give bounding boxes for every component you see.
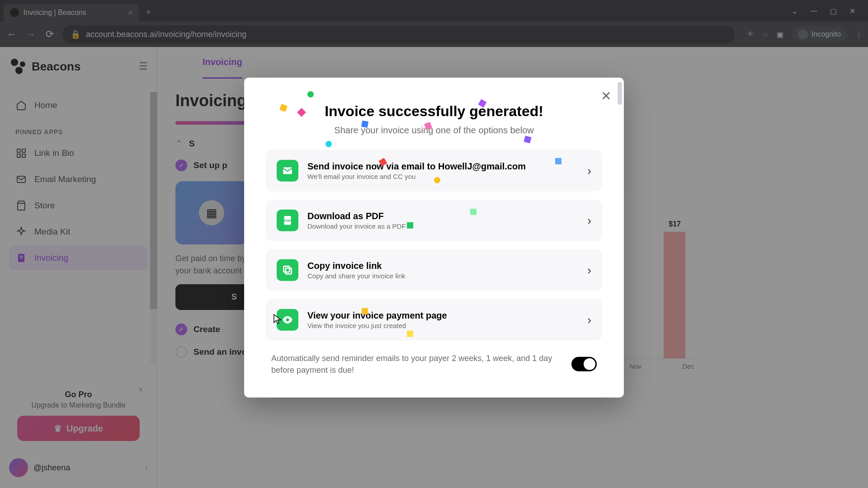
svg-rect-10: [283, 266, 289, 272]
reminder-row: Automatically send reminder emails to yo…: [266, 352, 602, 376]
modal-title: Invoice successfully generated!: [266, 103, 602, 120]
option-desc: We'll email your invoice and CC you: [307, 173, 526, 180]
reminder-text: Automatically send reminder emails to yo…: [271, 352, 561, 376]
option-title: Copy invoice link: [307, 261, 406, 271]
option-title: Send invoice now via email to HowellJ@gm…: [307, 161, 526, 172]
option-view-page[interactable]: View your invoice payment page View the …: [266, 299, 602, 341]
modal-scrollbar[interactable]: [618, 82, 622, 393]
option-download-pdf[interactable]: PDF Download as PDF Download your invoic…: [266, 200, 602, 241]
modal-subtitle: Share your invoice using one of the opti…: [266, 125, 602, 136]
chevron-right-icon: ›: [587, 263, 591, 277]
svg-text:PDF: PDF: [284, 219, 291, 223]
modal-close-icon[interactable]: ✕: [601, 89, 611, 103]
option-desc: Download your invoice as a PDF: [307, 222, 406, 230]
svg-rect-9: [286, 268, 292, 274]
chevron-right-icon: ›: [587, 213, 591, 227]
option-send-email[interactable]: Send invoice now via email to HowellJ@gm…: [266, 150, 602, 192]
mail-icon: [277, 160, 298, 182]
option-title: Download as PDF: [307, 211, 406, 221]
pdf-icon: PDF: [277, 210, 298, 231]
option-copy-link[interactable]: Copy invoice link Copy and share your in…: [266, 249, 602, 291]
copy-icon: [277, 259, 298, 281]
invoice-success-modal: ✕ Invoice successfully generated! Share …: [244, 78, 624, 398]
reminder-toggle[interactable]: [571, 357, 597, 371]
option-desc: View the invoice you just created: [307, 322, 447, 329]
svg-point-11: [286, 318, 289, 321]
chevron-right-icon: ›: [587, 313, 591, 327]
chevron-right-icon: ›: [587, 164, 591, 178]
eye-icon: [277, 309, 298, 331]
option-title: View your invoice payment page: [307, 310, 447, 321]
option-desc: Copy and share your invoice link: [307, 272, 406, 280]
